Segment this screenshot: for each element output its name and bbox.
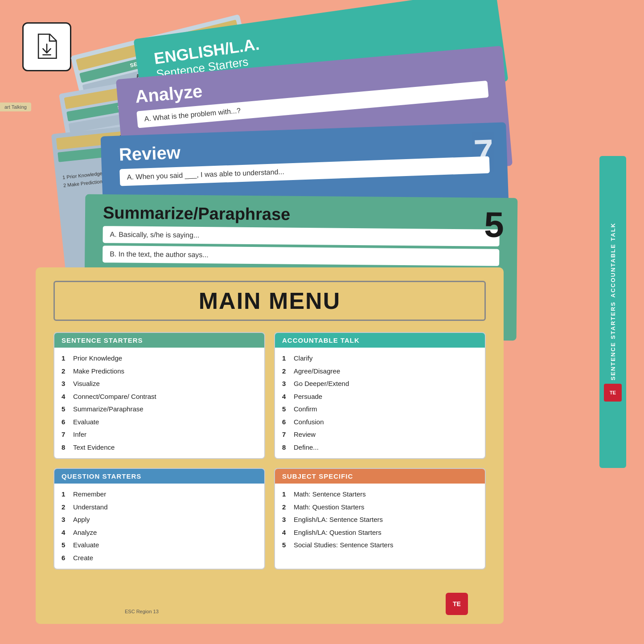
main-title: MAIN MENU [64,287,476,314]
accountable-talk-header: ACCOUNTABLE TALK [275,333,485,348]
qs-item-1: 1Remember [62,488,257,501]
sentence-starters-section: SENTENCE STARTERS 1Prior Knowledge 2Make… [53,332,265,459]
subj-item-1: 1Math: Sentence Starters [282,488,478,501]
at-item-5: 5Confirm [282,403,478,416]
ss-item-6: 6Evaluate [62,416,257,429]
ss-item-4: 4Connect/Compare/ Contrast [62,390,257,403]
main-title-box: MAIN MENU [53,281,486,321]
card-summarize-body-a: A. Basically, s/he is saying... [103,226,499,246]
ss-item-5: 5Summarize/Paraphrase [62,403,257,416]
subject-specific-section: SUBJECT SPECIFIC 1Math: Sentence Starter… [274,468,486,570]
subj-item-2: 2Math: Question Starters [282,501,478,514]
ss-item-7: 7Infer [62,428,257,441]
banner-text-2: SENTENCE STARTERS [610,301,616,381]
qs-item-4: 4Analyze [62,526,257,539]
download-icon-container[interactable] [22,22,71,71]
subj-item-3: 3English/LA: Sentence Starters [282,513,478,526]
at-item-6: 6Confusion [282,416,478,429]
ss-item-1: 1Prior Knowledge [62,352,257,365]
question-starters-section: QUESTION STARTERS 1Remember 2Understand … [53,468,265,570]
subj-item-4: 4English/LA: Question Starters [282,526,478,539]
subject-specific-body: 1Math: Sentence Starters 2Math: Question… [275,484,485,556]
qs-item-3: 3Apply [62,513,257,526]
start-talking-badge: art Talking [0,103,31,111]
banner-text-1: ACCOUNTABLE TALK [610,222,616,298]
question-starters-body: 1Remember 2Understand 3Apply 4Analyze 5E… [54,484,264,569]
ss-item-8: 8Text Evidence [62,441,257,454]
sentence-starters-header: SENTENCE STARTERS [54,333,264,348]
at-item-3: 3Go Deeper/Extend [282,377,478,390]
ss-item-2: 2Make Predictions [62,365,257,378]
sentence-starters-body: 1Prior Knowledge 2Make Predictions 3Visu… [54,348,264,458]
qs-item-6: 6Create [62,552,257,565]
main-grid: SENTENCE STARTERS 1Prior Knowledge 2Make… [53,332,486,570]
ss-item-3: 3Visualize [62,377,257,390]
download-icon [33,33,60,60]
card-summarize-body-b: B. In the text, the author says... [103,246,499,266]
subj-item-5: 5Social Studies: Sentence Starters [282,539,478,552]
card-review-num: 7 [473,131,494,173]
card-summarize-title: Summarize/Paraphrase [103,203,500,226]
qs-item-2: 2Understand [62,501,257,514]
at-item-8: 8Define... [282,441,478,454]
at-item-7: 7Review [282,428,478,441]
accountable-talk-body: 1Clarify 2Agree/Disagree 3Go Deeper/Exte… [275,348,485,458]
main-logo: TE [446,593,468,615]
at-item-4: 4Persuade [282,390,478,403]
region-label: ESC Region 13 [125,609,159,614]
right-banner: ACCOUNTABLE TALK SENTENCE STARTERS TE [599,156,626,468]
card-main: MAIN MENU SENTENCE STARTERS 1Prior Knowl… [36,267,504,624]
banner-logo: TE [604,384,622,402]
at-item-1: 1Clarify [282,352,478,365]
question-starters-header: QUESTION STARTERS [54,469,264,484]
qs-item-5: 5Evaluate [62,539,257,552]
card-summarize-num: 5 [484,205,504,246]
at-item-2: 2Agree/Disagree [282,365,478,378]
accountable-talk-section: ACCOUNTABLE TALK 1Clarify 2Agree/Disagre… [274,332,486,459]
subject-specific-header: SUBJECT SPECIFIC [275,469,485,484]
